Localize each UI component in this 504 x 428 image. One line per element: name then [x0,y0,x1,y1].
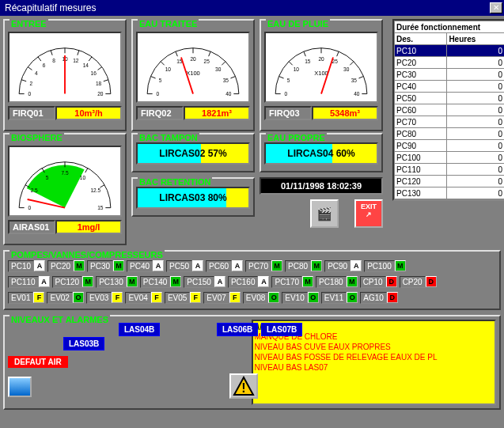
status-badge: A [351,260,362,271]
svg-line-48 [337,51,339,56]
svg-text:4: 4 [35,70,38,76]
table-row[interactable]: PC300 [395,69,505,81]
bar-propre: EAU PROPRE LIRCAS04 60% [260,133,383,172]
table-row[interactable]: PC500 [395,93,505,104]
svg-text:10: 10 [80,175,86,180]
status-badge: M [113,260,124,271]
pvc-item-EV03[interactable]: EV03 F [86,291,123,304]
bar-retention: BAC RETENTION LIRCAS03 80% [131,177,255,217]
svg-text:35: 35 [351,78,358,83]
gauge-id: FIRQ03 [264,106,312,120]
status-badge: M [127,276,138,287]
pvc-item-EV01[interactable]: EV01 F [8,291,44,304]
pvc-item-PC80[interactable]: PC80 M [285,259,322,272]
pvc-item-EV05[interactable]: EV05 F [165,291,201,304]
table-row[interactable]: PC1200 [395,176,505,187]
alarm-line: NIVEAU BAS LAS07 [255,362,494,373]
pvc-item-PC130[interactable]: PC130 M [96,275,138,288]
status-badge: M [271,260,282,271]
status-badge: D [386,276,397,287]
table-row[interactable]: PC100 [395,45,505,57]
alarm-line: NIVEAU BAS FOSSE DE RELEVAGE EAUX DE PL [255,352,494,362]
pvc-item-EV08[interactable]: EV08 O [243,291,279,304]
warning-icon[interactable]: ! [229,373,258,399]
svg-text:8: 8 [52,58,55,63]
pvc-item-PC110[interactable]: PC110 A [8,275,50,288]
title-bar: Récapitulatif mesures ✕ [0,0,504,16]
table-row[interactable]: PC1300 [395,187,505,199]
svg-line-1 [21,80,26,81]
gauge-biosphere: BIOSPHERE 02.557.51012.515 AIRAS011mg/l [3,133,127,245]
pvc-item-EV02[interactable]: EV02 O [47,291,83,304]
svg-text:5: 5 [159,78,162,83]
runtime-table-wrap: Durée fonctionnement Des.HeuresPC100PC20… [392,19,504,201]
pvc-item-PC120[interactable]: PC120 M [52,275,94,288]
svg-text:20: 20 [318,56,324,62]
pvc-item-EV10[interactable]: EV10 O [282,291,318,304]
pvc-item-PC40[interactable]: PC40 A [127,259,164,272]
pvc-item-EV11[interactable]: EV11 O [321,291,358,304]
gauge-dial: 0510152025303540X100 [264,32,378,103]
svg-text:20: 20 [190,56,196,62]
svg-line-24 [151,76,156,78]
water-icon[interactable] [8,377,32,397]
level-bar: LIRCAS04 60% [264,142,378,165]
pvc-item-CP10[interactable]: CP10 D [360,275,397,288]
pvc-item-AG10[interactable]: AG10 D [360,291,398,304]
exit-button[interactable]: EXIT↗ [354,199,383,228]
status-badge: O [268,292,279,303]
pvc-item-PC20[interactable]: PC20 M [47,259,85,272]
alarm-line: NIVEAU BAS CUVE EAUX PROPRES [255,342,494,352]
pvc-item-EV04[interactable]: EV04 F [125,291,161,304]
clapper-icon[interactable]: 🎬 [310,199,339,228]
svg-text:18: 18 [96,81,102,86]
table-row[interactable]: PC200 [395,57,505,69]
table-row[interactable]: PC1000 [395,152,505,164]
gauge-id: FIRQ01 [8,106,55,120]
las-button-LAS04B[interactable]: LAS04B [119,323,160,336]
svg-line-44 [279,76,284,78]
window-title: Récapitulatif mesures [5,2,490,13]
table-row[interactable]: PC900 [395,140,505,152]
svg-text:40: 40 [354,91,360,97]
close-icon[interactable]: ✕ [490,2,502,13]
svg-text:40: 40 [225,91,232,97]
gauge-id: FIRQ02 [136,106,184,120]
table-row[interactable]: PC400 [395,81,505,93]
pvc-item-PC50[interactable]: PC50 A [166,259,203,272]
table-row[interactable]: PC1100 [395,164,505,176]
svg-text:20: 20 [97,91,104,97]
pvc-item-PC100[interactable]: PC100 M [364,259,406,272]
las-button-LAS07B[interactable]: LAS07B [261,323,302,336]
pvc-item-PC30[interactable]: PC30 M [87,259,124,272]
runtime-header: Durée fonctionnement [395,21,505,33]
pvc-item-EV07[interactable]: EV07 F [203,291,240,304]
svg-text:25: 25 [204,59,210,64]
svg-text:10: 10 [165,66,172,72]
svg-line-7 [89,57,92,61]
pvc-item-PC70[interactable]: PC70 M [245,259,282,272]
las-button-LAS03B[interactable]: LAS03B [63,337,104,350]
pvc-title: POMPES/VANNES/COMPRESSEURS [9,250,165,259]
runtime-table[interactable]: Durée fonctionnement Des.HeuresPC100PC20… [394,21,504,199]
svg-line-67 [85,168,88,172]
pvc-item-PC160[interactable]: PC160 A [228,275,270,288]
pvc-item-PC10[interactable]: PC10 A [8,259,45,272]
table-row[interactable]: PC800 [395,128,505,140]
pvc-item-CP20[interactable]: CP20 D [400,275,437,288]
status-badge: O [73,292,84,303]
pvc-item-PC180[interactable]: PC180 M [316,275,358,288]
pvc-item-PC140[interactable]: PC140 M [140,275,182,288]
table-row[interactable]: PC700 [395,116,505,128]
pvc-item-PC150[interactable]: PC150 A [184,275,225,288]
pvc-item-PC60[interactable]: PC60 A [206,259,243,272]
svg-text:16: 16 [91,70,97,76]
timestamp: 01/11/1998 18:02:39 [260,177,383,195]
las-button-LAS06B[interactable]: LAS06B [217,323,258,336]
pvc-item-PC90[interactable]: PC90 A [324,259,362,272]
status-badge: D [426,276,437,287]
pvc-item-PC170[interactable]: PC170 M [271,275,313,288]
svg-line-45 [289,62,293,66]
table-row[interactable]: PC600 [395,104,505,116]
status-badge: O [347,292,358,303]
